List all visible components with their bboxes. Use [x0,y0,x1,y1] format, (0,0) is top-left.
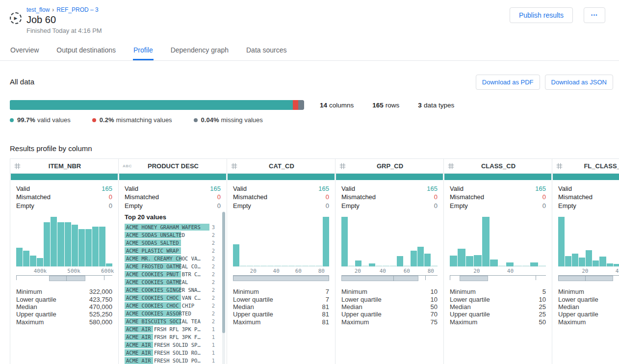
breadcrumb-dataset-link[interactable]: REF_PROD – 3 [56,6,98,13]
stat-value: 50 [431,303,438,311]
column-name: CAT_CD [242,162,331,170]
top-value-cell: ACME SODAS SALTED [125,239,209,247]
column-body: ValidMismatchedEmpty2040MinimumLower qua… [552,180,619,364]
stat-value: 25 [539,311,546,318]
histogram-bar [51,217,57,266]
column-header-class-cd[interactable]: CLASS_CD [444,159,552,174]
count-value: 165 [210,184,221,193]
histogram-bar [267,265,274,266]
range-slider[interactable] [233,275,329,281]
range-slider[interactable] [558,275,619,281]
histogram-bar [106,263,112,266]
count-value: 0 [542,193,546,201]
publish-results-button[interactable]: Publish results [510,7,573,23]
histogram-axis: 2040 [558,267,619,275]
histogram-bar [369,263,375,266]
column-header-fl-class-cd[interactable]: FL_CLASS_CD [552,159,619,174]
column-valid-strip [444,174,551,180]
count-label: Valid [233,184,247,193]
stat-label: Minimum [16,288,42,295]
count-label: Empty [125,202,143,210]
histogram-bar [599,257,606,266]
histogram-bar [614,264,619,266]
column-counts: Valid165Mismatched0Empty0 [125,184,221,210]
top-value-text: ACME COOKIES PNUT BTR C… [125,270,209,278]
stat-row-upper-quartile: Upper quartile25 [450,311,546,318]
columns-profile-table: ITEM_NBRValid165Mismatched0Empty0400k500… [10,158,619,364]
column-header-product-desc[interactable]: ABCPRODUCT DESC [119,159,227,174]
legend-label: mismatching values [116,116,172,124]
column-header-cat-cd[interactable]: CAT_CD [227,159,335,174]
axis-tick-label: 400k [34,268,47,274]
count-row-empty: Empty0 [233,202,329,210]
column-body: Valid165Mismatched0Empty0400k500k600kMin… [10,180,118,364]
stat-label: Lower quartile [233,296,273,303]
axis-tick-label: 600k [101,268,114,274]
histogram-bar [309,265,315,266]
range-slider-selection[interactable] [341,276,418,281]
column-counts: Valid165Mismatched0Empty0 [16,184,112,210]
top-value-row: ACME HONEY GRAHAM WAFERS3 [125,223,215,231]
quality-bar-mismatch-segment [293,100,298,110]
column-header-grp-cd[interactable]: GRP_CD [335,159,443,174]
range-slider-divider[interactable] [66,276,67,281]
stat-value: 81 [322,311,329,318]
top-value-cell: ACME SODAS UNSALTED [125,231,209,239]
quartile-stats: Minimum7Lower quartile7Median81Upper qua… [233,288,329,326]
axis-tick-label: 20 [355,268,361,274]
column-valid-strip [119,174,226,180]
count-row-valid: Valid165 [233,184,329,193]
tab-profile[interactable]: Profile [133,42,154,60]
histogram-axis: 20406080 [233,267,329,275]
scrollbar-thumb[interactable] [222,212,225,333]
histogram-bar [233,244,239,266]
histogram-bar [474,255,481,266]
histogram-bar [274,265,281,266]
count-label: Empty [16,202,34,210]
axis-tick-label: 40 [616,268,619,274]
histogram-bar [572,254,578,266]
range-slider[interactable] [341,275,438,281]
more-actions-button[interactable]: ••• [584,7,605,23]
tab-dependency-graph[interactable]: Dependency graph [170,42,229,60]
stat-row-maximum: Maximum75 [341,318,438,326]
histogram-bar [65,222,71,266]
quality-bar-valid-segment [10,100,293,110]
range-slider[interactable] [16,275,112,281]
histogram-bar [44,222,50,266]
column-name: CLASS_CD [459,162,548,170]
count-label: Valid [450,184,464,193]
top-values-list: ACME HONEY GRAHAM WAFERS3ACME SODAS UNSA… [125,223,221,364]
top-values-scrollbar[interactable] [222,211,225,364]
top-value-text: ACME AIR FRESH SOLID SP… [125,341,209,349]
range-slider-selection[interactable] [233,276,329,281]
column-name: PRODUCT DESC [133,162,223,170]
range-slider[interactable] [450,275,546,281]
count-row-mismatched: Mismatched0 [233,193,329,201]
range-slider-divider[interactable] [393,276,394,281]
page-title: Job 60 [26,14,102,26]
column-header-item-nbr[interactable]: ITEM_NBR [10,159,118,174]
stat-value: 7 [326,288,329,295]
range-slider-divider[interactable] [585,276,586,281]
count-label: Mismatched [450,193,484,201]
top-value-row: ACME BISCUITS SOCIAL TEA2 [125,317,215,325]
top-value-row: ACME FROSTED OATMEAL CO…2 [125,262,215,270]
stat-row-maximum: Maximum [558,318,619,326]
tab-output-destinations[interactable]: Output destinations [56,42,116,60]
range-slider-selection[interactable] [460,276,489,281]
tab-data-sources[interactable]: Data sources [246,42,287,60]
tab-overview[interactable]: Overview [10,42,39,60]
histogram-bar [397,256,403,266]
range-slider-selection[interactable] [49,276,85,281]
breadcrumb-flow-link[interactable]: test_flow [26,6,50,13]
download-json-button[interactable]: Download as JSON [545,75,613,90]
histogram-bar [341,217,348,266]
stat-value: 81 [322,303,329,311]
legend-pct: 0.2% [100,116,114,124]
count-row-mismatched: Mismatched0 [16,193,112,201]
count-value: 0 [434,202,438,210]
histogram-bar [323,217,329,266]
download-pdf-button[interactable]: Download as PDF [476,75,540,90]
histogram-bar [348,265,355,266]
